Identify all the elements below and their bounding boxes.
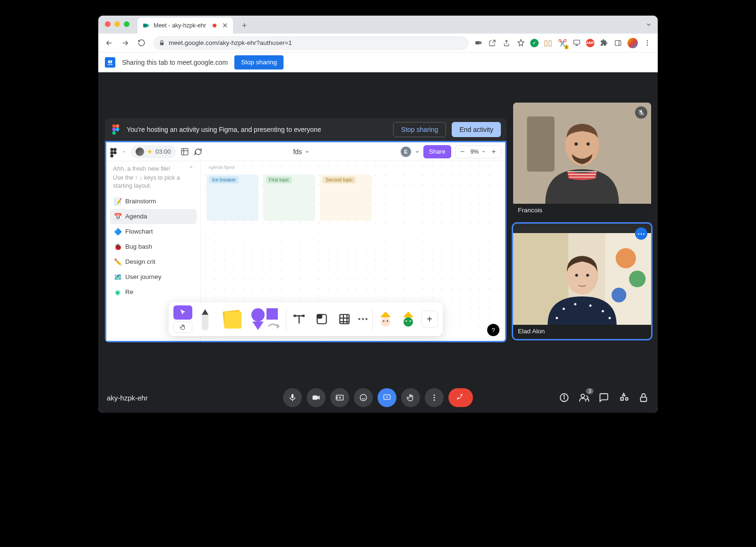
raise-hand-button[interactable] xyxy=(401,388,420,407)
svg-rect-23 xyxy=(224,312,241,329)
extension-scissors-icon[interactable]: ✂️1 xyxy=(558,38,567,48)
end-activity-button[interactable]: End activity xyxy=(452,122,501,137)
template-bugbash[interactable]: 🐞 Bug bash xyxy=(110,239,197,254)
zoom-out-button[interactable]: − xyxy=(457,148,468,156)
svg-point-53 xyxy=(574,303,576,305)
figma-filename[interactable]: fds xyxy=(206,148,397,156)
template-userjourney[interactable]: 🗺️ User journey xyxy=(110,269,197,285)
template-recording[interactable]: ◉ Re xyxy=(110,285,197,300)
collapse-icon[interactable]: ⌃ xyxy=(189,165,194,172)
extension-monitor-icon[interactable] xyxy=(572,38,581,48)
participant-name: Francois xyxy=(513,204,651,218)
participant-name: Elad Alon xyxy=(513,325,651,339)
camera-icon[interactable] xyxy=(473,38,483,48)
text-tool[interactable] xyxy=(289,307,309,331)
back-button[interactable] xyxy=(102,36,116,50)
reload-button[interactable] xyxy=(134,36,148,50)
section-tool[interactable] xyxy=(312,307,332,331)
stamp-2-tool[interactable] xyxy=(398,307,418,331)
url-text: meet.google.com/aky-hzpk-ehr?authuser=1 xyxy=(169,39,292,46)
browser-tab[interactable]: Meet - aky-hzpk-ehr ✕ xyxy=(137,17,233,34)
zoom-in-button[interactable]: + xyxy=(489,148,499,156)
close-window-dot[interactable] xyxy=(105,21,111,27)
figma-menu-icon[interactable] xyxy=(110,148,118,156)
svg-point-7 xyxy=(647,42,648,43)
open-external-icon[interactable] xyxy=(488,38,497,48)
svg-rect-61 xyxy=(313,396,318,400)
stop-sharing-button[interactable]: Stop sharing xyxy=(234,55,284,69)
card-icebreaker[interactable]: Ice breaker xyxy=(206,174,258,221)
forward-button[interactable] xyxy=(118,36,132,50)
chevron-down-icon[interactable] xyxy=(415,149,420,154)
extension-abp-icon[interactable]: ABP xyxy=(586,39,594,47)
bookmark-star-icon[interactable] xyxy=(516,38,525,48)
svg-rect-26 xyxy=(293,315,296,317)
people-button[interactable]: 3 xyxy=(578,392,590,403)
svg-point-15 xyxy=(113,148,117,151)
svg-point-12 xyxy=(116,128,119,131)
svg-point-6 xyxy=(647,40,648,42)
meet-bottom-bar: aky-hzpk-ehr 3 xyxy=(98,382,658,413)
maximize-window-dot[interactable] xyxy=(124,21,129,27)
svg-rect-25 xyxy=(266,308,278,320)
layout-icon[interactable] xyxy=(180,148,189,156)
svg-point-39 xyxy=(406,321,407,322)
card-first-topic[interactable]: First topic xyxy=(263,174,315,221)
share-icon[interactable] xyxy=(502,38,511,48)
profile-avatar[interactable] xyxy=(627,38,638,48)
close-tab-icon[interactable]: ✕ xyxy=(222,21,228,30)
chevron-down-icon[interactable] xyxy=(122,150,126,154)
table-tool[interactable] xyxy=(335,307,354,331)
shared-screen-column: You're hosting an activity using Figma, … xyxy=(105,81,507,380)
extensions-puzzle-icon[interactable] xyxy=(599,38,609,48)
activities-button[interactable] xyxy=(618,392,629,403)
user-avatar-chip[interactable]: E xyxy=(401,147,411,157)
pencil-tool[interactable] xyxy=(195,307,215,331)
bug-icon: 🐞 xyxy=(114,243,121,251)
figma-share-button[interactable]: Share xyxy=(423,145,451,158)
sticky-note-tool[interactable] xyxy=(218,307,246,331)
hand-tool-icon[interactable] xyxy=(173,321,192,333)
meeting-code: aky-hzpk-ehr xyxy=(107,394,148,402)
new-tab-button[interactable]: + xyxy=(238,19,251,32)
end-call-button[interactable] xyxy=(448,388,473,407)
chat-icon[interactable] xyxy=(194,148,202,156)
address-bar[interactable]: meet.google.com/aky-hzpk-ehr?authuser=1 xyxy=(153,36,469,50)
minimize-window-dot[interactable] xyxy=(114,21,120,27)
add-tool-button[interactable]: + xyxy=(421,311,438,328)
shapes-tool[interactable] xyxy=(249,307,283,331)
chrome-menu-icon[interactable] xyxy=(643,38,652,48)
sidepanel-icon[interactable] xyxy=(613,38,623,48)
template-flowchart[interactable]: 🔷 Flowchart xyxy=(110,224,197,239)
svg-rect-30 xyxy=(340,314,349,324)
participant-tile-francois[interactable]: Francois xyxy=(513,103,651,218)
help-button[interactable]: ? xyxy=(487,324,499,336)
reactions-button[interactable] xyxy=(354,388,373,407)
template-agenda[interactable]: 📅 Agenda xyxy=(110,209,197,224)
chevron-down-icon[interactable] xyxy=(481,149,486,154)
select-tool[interactable] xyxy=(173,305,192,333)
camera-toggle-button[interactable] xyxy=(307,388,326,407)
captions-button[interactable] xyxy=(330,388,349,407)
participant-tile-elad[interactable]: ⋯ Elad Alon xyxy=(513,224,651,339)
stamp-1-tool[interactable] xyxy=(376,307,395,331)
extension-green-icon[interactable]: ✓ xyxy=(530,39,539,47)
activity-stop-sharing-button[interactable]: Stop sharing xyxy=(393,122,447,137)
more-tools-button[interactable]: ••• xyxy=(357,307,369,331)
template-brainstorm[interactable]: 📝 Brainstorm xyxy=(110,194,197,209)
zoom-value[interactable]: 9% xyxy=(471,148,479,155)
meeting-details-button[interactable] xyxy=(558,392,570,403)
tile-more-icon[interactable]: ⋯ xyxy=(635,227,647,240)
present-screen-button[interactable] xyxy=(378,388,396,407)
chat-button[interactable] xyxy=(598,392,610,403)
card-second-topic[interactable]: Second topic xyxy=(320,174,372,221)
svg-point-8 xyxy=(647,44,648,46)
mic-toggle-button[interactable] xyxy=(283,388,302,407)
tabs-dropdown-button[interactable] xyxy=(645,21,652,28)
svg-point-16 xyxy=(110,151,113,154)
extension-books-icon[interactable]: ▯▯ xyxy=(543,38,553,48)
host-controls-button[interactable] xyxy=(638,392,649,403)
more-options-button[interactable] xyxy=(425,388,444,407)
timer-chip[interactable]: ★ 03:00 xyxy=(131,145,176,158)
template-designcrit[interactable]: ✏️ Design crit xyxy=(110,254,197,269)
